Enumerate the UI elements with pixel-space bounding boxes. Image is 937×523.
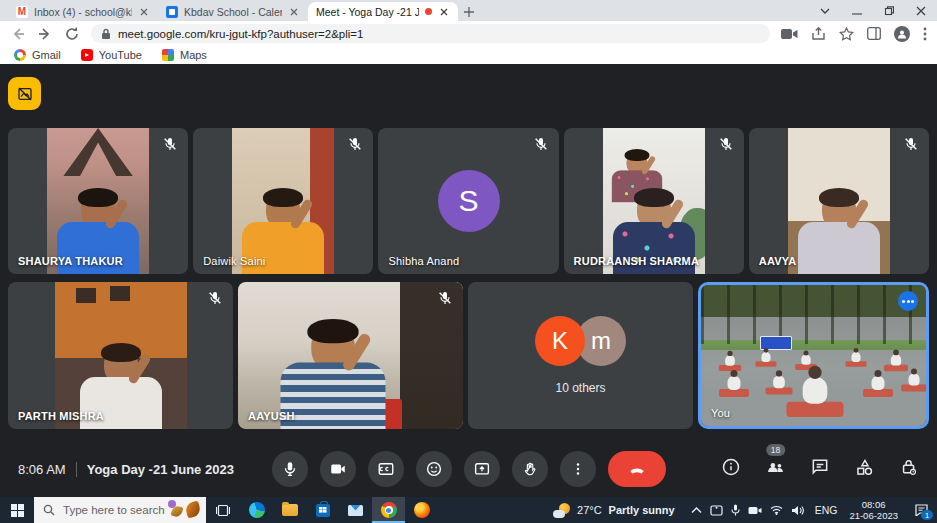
overflow-tile-others[interactable]: K m 10 others — [468, 282, 693, 429]
profile-avatar[interactable] — [894, 26, 910, 42]
bookmark-label: Maps — [180, 49, 207, 61]
edge-icon — [249, 502, 265, 518]
activities-button[interactable] — [854, 457, 875, 482]
tab-gmail[interactable]: M Inbox (4) - school@kbdav.org - I — [8, 2, 158, 21]
more-vert-icon — [569, 460, 587, 478]
chat-button[interactable] — [810, 457, 830, 481]
mic-off-icon — [162, 136, 178, 152]
microphone-button[interactable] — [272, 451, 308, 487]
self-view-tile[interactable]: You — [698, 282, 929, 429]
taskbar-app-firefox[interactable] — [405, 497, 438, 523]
warning-badge[interactable] — [8, 77, 41, 110]
participant-tile-daiwik[interactable]: Daiwik Saini — [193, 128, 373, 274]
bookmark-youtube[interactable]: YouTube — [81, 49, 142, 61]
camera-in-use-indicator-icon — [425, 8, 432, 15]
windows-logo-icon — [11, 504, 24, 517]
participant-video — [603, 128, 705, 274]
taskbar-app-mail[interactable] — [339, 497, 372, 523]
taskbar-app-chrome-active[interactable] — [372, 497, 405, 523]
participant-video — [238, 282, 463, 429]
meeting-details-button[interactable] — [721, 457, 741, 481]
tab-close-icon[interactable] — [288, 6, 300, 18]
search-placeholder: Type here to search — [63, 504, 165, 516]
yoga-mat — [719, 389, 749, 397]
reactions-button[interactable] — [416, 451, 452, 487]
maps-icon — [162, 49, 174, 61]
taskbar-app-file-explorer[interactable] — [273, 497, 306, 523]
language-indicator[interactable]: ENG — [810, 504, 843, 516]
forward-icon[interactable] — [37, 26, 53, 42]
tab-meet-active[interactable]: Meet - Yoga Day -21 June 20 — [308, 2, 458, 21]
lock-icon — [899, 457, 919, 477]
mic-icon — [281, 460, 299, 478]
close-window-button[interactable] — [905, 0, 937, 21]
camera-in-use-tray-icon[interactable] — [748, 505, 762, 515]
browser-toolbar: meet.google.com/kru-jgut-kfp?authuser=2&… — [0, 21, 937, 46]
participant-tile-shaurya[interactable]: SHAURYA THAKUR — [8, 128, 188, 274]
minimize-button[interactable] — [841, 0, 873, 21]
device-tray-icon[interactable] — [710, 505, 723, 516]
search-icon — [43, 504, 55, 516]
host-controls-button[interactable] — [899, 457, 919, 481]
tab-close-icon[interactable] — [138, 6, 150, 18]
participant-count-badge: 18 — [766, 444, 785, 457]
start-button[interactable] — [0, 497, 34, 523]
scene-person — [280, 324, 385, 429]
self-name-label: You — [711, 407, 730, 419]
image-off-icon — [17, 86, 33, 102]
show-everyone-button[interactable]: 18 — [765, 457, 786, 482]
weather-widget[interactable]: 27°C Partly sunny — [543, 497, 685, 523]
bookmark-maps[interactable]: Maps — [162, 49, 207, 61]
yoga-mat — [718, 365, 741, 371]
participant-tile-rudraansh[interactable]: RUDRAANSH SHARMA — [564, 128, 744, 274]
yoga-mat — [755, 361, 776, 367]
reload-icon[interactable] — [64, 26, 80, 42]
participant-tile-shibha[interactable]: S Shibha Anand — [378, 128, 558, 274]
avatar-row: K m — [535, 316, 626, 366]
maximize-button[interactable] — [873, 0, 905, 21]
tab-search-chevron-icon[interactable] — [809, 0, 841, 21]
tab-close-icon[interactable] — [438, 6, 450, 18]
participant-name: PARTH MISHRA — [18, 410, 104, 422]
divider — [76, 462, 77, 477]
participant-tile-parth[interactable]: PARTH MISHRA — [8, 282, 233, 429]
meet-main-area: SHAURYA THAKUR Daiwik Saini S Shibha Ana… — [0, 64, 937, 497]
info-icon — [721, 457, 741, 477]
tab-calendar[interactable]: Kbdav School - Calendar - Wedn — [158, 2, 308, 21]
browser-menu-icon[interactable] — [923, 27, 927, 41]
others-count-label: 10 others — [555, 381, 605, 395]
participant-tile-aavya[interactable]: AAVYA — [749, 128, 929, 274]
mic-in-use-tray-icon[interactable] — [731, 504, 740, 516]
bookmark-star-icon[interactable] — [839, 27, 854, 41]
taskbar-clock[interactable]: 08:06 21-06-2023 — [842, 499, 905, 522]
back-icon[interactable] — [10, 26, 26, 42]
participant-name: AAVYA — [759, 255, 797, 267]
weather-condition: Partly sunny — [609, 504, 675, 516]
bookmark-gmail[interactable]: Gmail — [14, 49, 61, 61]
wifi-icon[interactable] — [770, 505, 783, 515]
new-tab-button[interactable] — [458, 2, 480, 21]
yoga-mat — [901, 384, 926, 391]
taskbar-app-edge[interactable] — [240, 497, 273, 523]
camera-in-use-icon[interactable] — [781, 28, 798, 40]
address-bar[interactable]: meet.google.com/kru-jgut-kfp?authuser=2&… — [91, 24, 770, 43]
side-panel-icon[interactable] — [867, 27, 881, 40]
taskbar-search-box[interactable]: Type here to search — [34, 497, 206, 523]
captions-button[interactable] — [368, 451, 404, 487]
end-call-button[interactable] — [608, 451, 666, 487]
mic-off-icon — [903, 136, 919, 152]
taskbar-app-store[interactable] — [306, 497, 339, 523]
clock-time: 08:06 — [862, 499, 886, 510]
share-icon[interactable] — [811, 27, 826, 41]
action-center-button[interactable]: 1 — [905, 497, 937, 523]
present-screen-button[interactable] — [464, 451, 500, 487]
mic-off-icon — [533, 136, 549, 152]
task-view-button[interactable] — [206, 497, 240, 523]
hidden-icons-chevron[interactable] — [691, 507, 702, 514]
camera-button[interactable] — [320, 451, 356, 487]
participant-tile-aayush[interactable]: AAYUSH — [238, 282, 463, 429]
more-options-button[interactable] — [560, 451, 596, 487]
tile-options-button[interactable] — [898, 291, 918, 311]
raise-hand-button[interactable] — [512, 451, 548, 487]
volume-icon[interactable] — [791, 505, 804, 516]
